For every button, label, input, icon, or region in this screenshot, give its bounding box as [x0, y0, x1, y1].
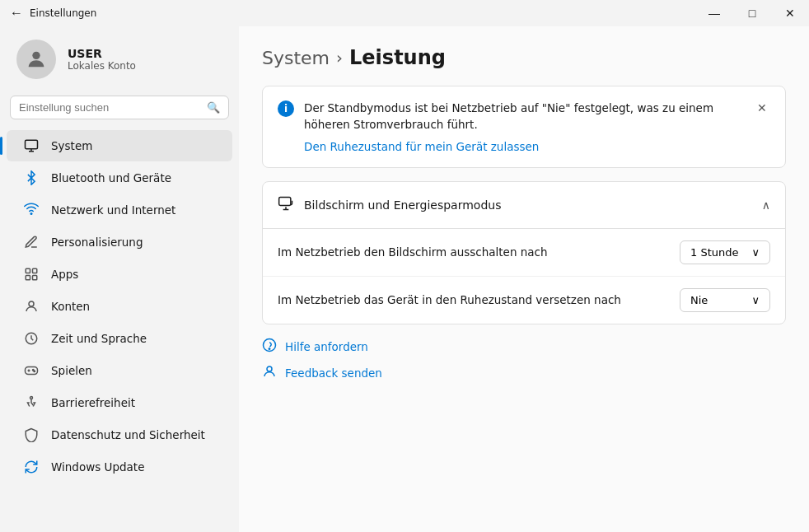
sidebar-item-system[interactable]: System — [7, 130, 232, 161]
back-button[interactable]: ← — [10, 6, 23, 21]
update-icon — [23, 459, 40, 475]
sidebar-item-label-gaming: Spielen — [51, 364, 92, 377]
sidebar-item-label-system: System — [51, 139, 92, 152]
section-header-left: Bildschirm und Energiesparmodus — [278, 195, 501, 215]
titlebar-title: Einstellungen — [30, 7, 96, 19]
sidebar-item-label-apps: Apps — [51, 268, 78, 281]
sidebar-nav: System Bluetooth und Geräte — [0, 129, 239, 483]
sidebar-item-label-time: Zeit und Sprache — [51, 332, 147, 345]
svg-rect-6 — [33, 268, 37, 273]
info-banner-close[interactable]: ✕ — [754, 100, 770, 116]
svg-point-0 — [32, 52, 40, 59]
titlebar: ← Einstellungen — □ ✕ — [0, 0, 809, 26]
accessibility-icon — [23, 394, 40, 411]
svg-rect-8 — [33, 276, 37, 280]
svg-point-4 — [30, 212, 33, 215]
page-header: System › Leistung — [262, 46, 786, 69]
sidebar-item-label-network: Netzwerk und Internet — [51, 203, 175, 217]
sidebar-item-network[interactable]: Netzwerk und Internet — [7, 194, 232, 226]
sidebar-item-accounts[interactable]: Konten — [7, 291, 232, 322]
svg-rect-11 — [26, 367, 38, 375]
help-icon — [262, 338, 277, 356]
breadcrumb-parent: System — [262, 48, 330, 68]
sidebar: USER Lokales Konto 🔍 System — [0, 26, 239, 532]
apps-icon — [23, 266, 40, 282]
titlebar-controls: — □ ✕ — [695, 0, 809, 26]
personalization-icon — [23, 234, 40, 250]
app-body: USER Lokales Konto 🔍 System — [0, 26, 809, 532]
setting-row-screen: Im Netzbetrieb den Bildschirm ausschalte… — [263, 229, 785, 277]
sidebar-item-update[interactable]: Windows Update — [7, 451, 232, 483]
help-label: Hilfe anfordern — [285, 340, 368, 353]
info-banner-link[interactable]: Den Ruhezustand für mein Gerät zulassen — [304, 140, 539, 153]
svg-point-9 — [29, 301, 34, 306]
search-box[interactable]: 🔍 — [10, 96, 229, 119]
section-chevron: ∧ — [762, 198, 770, 212]
help-link[interactable]: Hilfe anfordern — [262, 338, 786, 356]
sleep-timeout-chevron: ∨ — [751, 294, 760, 306]
feedback-icon — [262, 364, 277, 382]
user-name: USER — [68, 47, 136, 60]
close-button[interactable]: ✕ — [771, 0, 809, 26]
info-icon: i — [278, 100, 294, 117]
svg-rect-17 — [279, 197, 291, 205]
sleep-timeout-value: Nie — [690, 294, 708, 306]
main-content: System › Leistung i Der Standbymodus ist… — [239, 26, 809, 532]
titlebar-left: ← Einstellungen — [10, 6, 96, 21]
sidebar-item-label-personalization: Personalisierung — [51, 236, 143, 249]
section-header[interactable]: Bildschirm und Energiesparmodus ∧ — [263, 182, 785, 229]
svg-rect-5 — [26, 268, 30, 273]
screen-timeout-dropdown[interactable]: 1 Stunde ∨ — [680, 240, 770, 264]
page-title: Leistung — [349, 46, 446, 69]
sidebar-item-label-accessibility: Barrierefreiheit — [51, 396, 135, 409]
avatar — [16, 40, 56, 79]
setting-row-sleep: Im Netzbetrieb das Gerät in den Ruhezust… — [263, 277, 785, 324]
network-icon — [23, 202, 40, 218]
sidebar-item-privacy[interactable]: Datenschutz und Sicherheit — [7, 419, 232, 450]
svg-point-16 — [30, 397, 33, 399]
section-card: Bildschirm und Energiesparmodus ∧ Im Net… — [262, 181, 786, 324]
screen-timeout-chevron: ∨ — [751, 246, 760, 259]
sidebar-item-time[interactable]: Zeit und Sprache — [7, 323, 232, 354]
user-account: Lokales Konto — [68, 60, 136, 72]
sidebar-item-gaming[interactable]: Spielen — [7, 355, 232, 386]
screen-timeout-value: 1 Stunde — [690, 246, 738, 259]
bluetooth-icon — [23, 170, 40, 186]
svg-rect-1 — [26, 140, 38, 149]
gaming-icon — [23, 362, 40, 379]
sidebar-item-label-privacy: Datenschutz und Sicherheit — [51, 428, 205, 441]
sidebar-item-apps[interactable]: Apps — [7, 259, 232, 290]
info-banner-body: Der Standbymodus ist bei Netzbetrieb auf… — [304, 100, 744, 154]
sidebar-item-bluetooth[interactable]: Bluetooth und Geräte — [7, 162, 232, 194]
feedback-label: Feedback senden — [285, 366, 382, 380]
setting-label-screen: Im Netzbetrieb den Bildschirm ausschalte… — [278, 245, 548, 259]
info-banner: i Der Standbymodus ist bei Netzbetrieb a… — [262, 86, 786, 168]
svg-point-19 — [269, 348, 270, 349]
footer-links: Hilfe anfordern Feedback senden — [262, 338, 786, 382]
sidebar-item-label-update: Windows Update — [51, 460, 144, 474]
system-icon — [23, 138, 40, 154]
accounts-icon — [23, 298, 40, 315]
svg-point-15 — [34, 371, 35, 372]
search-input[interactable] — [19, 101, 200, 114]
search-icon: 🔍 — [207, 101, 220, 114]
privacy-icon — [23, 427, 40, 443]
screen-energy-icon — [278, 195, 294, 215]
minimize-button[interactable]: — — [695, 0, 733, 26]
sidebar-item-label-bluetooth: Bluetooth und Geräte — [51, 171, 171, 184]
section-header-label: Bildschirm und Energiesparmodus — [304, 198, 501, 212]
user-info: USER Lokales Konto — [68, 47, 136, 72]
sidebar-item-label-accounts: Konten — [51, 300, 90, 313]
user-section: USER Lokales Konto — [0, 26, 239, 96]
svg-point-20 — [267, 366, 272, 371]
breadcrumb-separator: › — [336, 48, 343, 68]
setting-label-sleep: Im Netzbetrieb das Gerät in den Ruhezust… — [278, 293, 621, 306]
sleep-timeout-dropdown[interactable]: Nie ∨ — [680, 288, 770, 312]
time-icon — [23, 330, 40, 347]
feedback-link[interactable]: Feedback senden — [262, 364, 786, 382]
sidebar-item-personalization[interactable]: Personalisierung — [7, 226, 232, 258]
info-banner-text: Der Standbymodus ist bei Netzbetrieb auf… — [304, 100, 744, 133]
svg-rect-7 — [26, 276, 30, 280]
sidebar-item-accessibility[interactable]: Barrierefreiheit — [7, 387, 232, 418]
maximize-button[interactable]: □ — [733, 0, 771, 26]
